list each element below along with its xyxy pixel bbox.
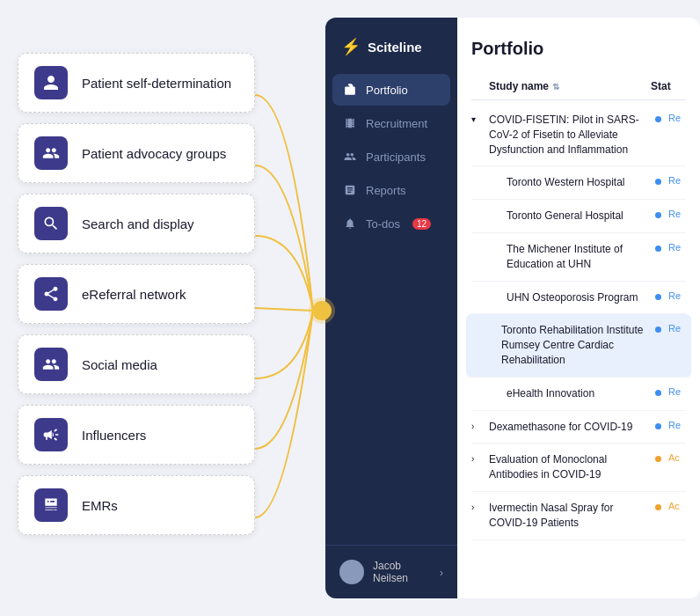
chevron-right-icon: › (440, 566, 443, 579)
card-label: Patient self-determination (82, 76, 231, 91)
card-label: Influencers (82, 428, 146, 443)
logo-icon: ⚡ (341, 37, 361, 56)
status-dot (655, 294, 661, 300)
app-name: Sciteline (368, 40, 422, 55)
card-influencers[interactable]: Influencers (18, 405, 255, 465)
app-logo: ⚡ Sciteline (325, 18, 457, 74)
status-text: Re (668, 242, 686, 253)
card-social-media[interactable]: Social media (18, 334, 255, 394)
megaphone-icon (34, 418, 68, 451)
status-text: Re (668, 113, 686, 123)
feature-cards-panel: Patient self-determination Patient advoc… (0, 53, 273, 535)
chevron-right-icon: › (471, 454, 482, 464)
nav-label: To-dos (366, 217, 400, 231)
status-dot (655, 246, 661, 252)
status-dot (655, 179, 661, 185)
center-connector-dot (312, 301, 332, 320)
status-dot (655, 504, 661, 510)
participants-icon (343, 150, 357, 164)
recruitment-icon (343, 116, 357, 130)
table-row[interactable]: ▾ COVID-FISETIN: Pilot in SARS-CoV-2 of … (471, 104, 686, 166)
card-patient-advocacy-groups[interactable]: Patient advocacy groups (18, 123, 255, 183)
table-row[interactable]: ▸ eHealth Innovation Re (471, 378, 686, 411)
status-dot (655, 423, 661, 429)
nav-label: Reports (366, 184, 406, 197)
todos-badge: 12 (412, 218, 431, 230)
table-row[interactable]: › Dexamethasone for COVID-19 Re (471, 411, 686, 444)
status-text: Re (668, 175, 686, 186)
chevron-right-icon: › (471, 422, 482, 431)
status-dot (655, 212, 661, 218)
status-text: Re (668, 386, 686, 397)
status-dot (655, 326, 661, 333)
card-label: Social media (82, 357, 157, 372)
study-name: Ivermectin Nasal Spray for COVID-19 Pati… (489, 501, 648, 531)
status-text: Re (668, 420, 686, 430)
sidebar-item-recruitment[interactable]: Recruitment (332, 107, 450, 139)
social-icon (34, 348, 68, 381)
search-icon (34, 207, 68, 240)
status-dot (655, 456, 661, 462)
user-name: Jacob Neilsen (373, 560, 431, 584)
status-text: Ac (668, 452, 686, 463)
column-status: Stat (651, 80, 686, 92)
main-content-area: Portfolio Study name ⇅ Stat ▾ COVID-FISE… (457, 18, 700, 598)
table-row[interactable]: ▸ Toronto General Hospital Re (471, 200, 686, 233)
page-title: Portfolio (471, 39, 686, 59)
nav-label: Participants (366, 150, 426, 164)
user-avatar (339, 560, 364, 584)
sidebar-item-todos[interactable]: To-dos 12 (332, 208, 450, 239)
study-name: Toronto Rehabilitation Institute Rumsey … (501, 323, 648, 367)
card-label: Search and display (82, 216, 194, 231)
table-row[interactable]: ▸ The Michener Institute of Education at… (471, 233, 686, 282)
share-icon (34, 277, 68, 311)
card-label: Patient advocacy groups (82, 146, 226, 161)
card-ereferral-network[interactable]: eReferral network (18, 264, 255, 324)
table-header: Study name ⇅ Stat (471, 73, 686, 100)
status-text: Re (668, 323, 686, 334)
nav-label: Recruitment (366, 117, 427, 130)
studies-list: ▾ COVID-FISETIN: Pilot in SARS-CoV-2 of … (471, 104, 686, 540)
reports-icon (343, 183, 357, 197)
study-name: COVID-FISETIN: Pilot in SARS-CoV-2 of Fi… (489, 113, 648, 157)
sidebar-item-portfolio[interactable]: Portfolio (332, 74, 450, 106)
study-name: Evaluation of Monoclonal Antibodies in C… (489, 452, 648, 482)
sort-icon[interactable]: ⇅ (552, 82, 559, 92)
portfolio-icon (343, 83, 357, 97)
person-icon (34, 66, 68, 99)
chevron-down-icon: ▾ (471, 114, 482, 124)
study-name: Toronto Western Hospital (507, 175, 648, 190)
study-name: Dexamethasone for COVID-19 (489, 420, 648, 435)
table-row[interactable]: › Evaluation of Monoclonal Antibodies in… (471, 444, 686, 492)
table-row[interactable]: ▸ Toronto Rehabilitation Institute Rumse… (466, 314, 691, 377)
table-row[interactable]: › Ivermectin Nasal Spray for COVID-19 Pa… (471, 492, 686, 540)
study-name: Toronto General Hospital (507, 209, 648, 224)
sidebar-navigation: Portfolio Recruitment Participants Repor… (325, 74, 457, 545)
card-patient-self-determination[interactable]: Patient self-determination (18, 53, 255, 113)
sidebar: ⚡ Sciteline Portfolio Recruitment Partic… (325, 18, 457, 598)
nav-label: Portfolio (366, 84, 408, 97)
table-row[interactable]: ▸ UHN Osteoporosis Program Re (471, 282, 686, 315)
monitor-icon (34, 488, 68, 522)
column-study-name: Study name ⇅ (489, 80, 644, 92)
group-icon (34, 136, 68, 170)
sidebar-item-participants[interactable]: Participants (332, 141, 450, 172)
bell-icon (343, 216, 357, 231)
status-text: Ac (668, 501, 686, 511)
card-label: eReferral network (82, 287, 186, 302)
chevron-right-icon: › (471, 502, 482, 512)
sidebar-item-reports[interactable]: Reports (332, 174, 450, 206)
status-text: Re (668, 290, 686, 301)
study-name: eHealth Innovation (507, 386, 648, 401)
card-search-and-display[interactable]: Search and display (18, 194, 255, 253)
status-dot (655, 116, 661, 122)
card-label: EMRs (82, 498, 118, 513)
study-name: The Michener Institute of Education at U… (507, 242, 648, 272)
study-name: UHN Osteoporosis Program (507, 290, 648, 305)
card-emrs[interactable]: EMRs (18, 475, 255, 535)
table-row[interactable]: ▸ Toronto Western Hospital Re (471, 166, 686, 200)
sidebar-footer[interactable]: Jacob Neilsen › (325, 545, 457, 598)
status-dot (655, 390, 661, 396)
status-text: Re (668, 209, 686, 219)
